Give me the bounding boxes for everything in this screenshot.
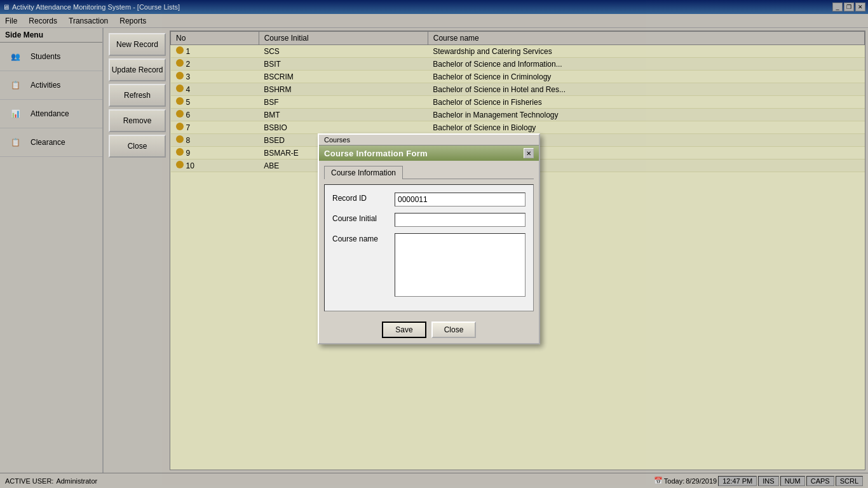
- course-name-row: Course name: [332, 233, 526, 297]
- cell-initial: SCS: [259, 45, 428, 58]
- cell-name: Bachelor of Science in Biology: [428, 121, 864, 134]
- cell-name: Bachelor of Science in Fisheries: [428, 96, 864, 109]
- sidebar-item-attendance[interactable]: 📊 Attendance: [0, 100, 102, 128]
- cell-no: 8: [171, 134, 259, 147]
- close-button[interactable]: Close: [109, 135, 166, 158]
- course-info-modal: Courses Course Information Form ✕ Course…: [318, 133, 540, 344]
- activities-label: Activities: [31, 81, 60, 90]
- cell-no: 7: [171, 121, 259, 134]
- modal-header-label: Courses: [324, 136, 350, 144]
- today-label: Today:: [664, 477, 684, 485]
- table-row[interactable]: 4BSHRMBachelor of Science in Hotel and R…: [171, 83, 865, 96]
- menu-records[interactable]: Records: [26, 15, 60, 27]
- students-icon: 👥: [5, 46, 25, 67]
- minimize-button[interactable]: _: [832, 3, 843, 11]
- record-id-field[interactable]: [395, 193, 526, 207]
- clearance-label: Clearance: [31, 138, 65, 147]
- cell-no: 9: [171, 147, 259, 159]
- modal-form: Record ID Course Initial Course name: [324, 184, 534, 311]
- sidebar-item-students[interactable]: 👥 Students: [0, 43, 102, 71]
- menu-transaction[interactable]: Transaction: [66, 15, 111, 27]
- cell-name: Bachelor of Science in Criminology: [428, 71, 864, 83]
- menu-file[interactable]: File: [3, 15, 20, 27]
- course-initial-field[interactable]: [395, 213, 526, 227]
- students-label: Students: [31, 52, 60, 61]
- clearance-icon: 📋: [5, 132, 25, 152]
- record-id-label: Record ID: [332, 193, 390, 203]
- cell-initial: BSF: [259, 96, 428, 109]
- cell-initial: BSHRM: [259, 83, 428, 96]
- activities-icon: 📋: [5, 75, 25, 95]
- today-date: 8/29/2019: [686, 477, 717, 485]
- col-no: No: [171, 32, 259, 45]
- calendar-icon: 📅: [654, 477, 663, 485]
- col-course-name: Course name: [428, 32, 864, 45]
- title-bar: 🖥 Activity Attendance Monitoring System …: [0, 0, 868, 14]
- modal-header: Courses: [319, 135, 539, 146]
- col-course-initial: Course Initial: [259, 32, 428, 45]
- cell-no: 3: [171, 71, 259, 83]
- cell-no: 10: [171, 159, 259, 172]
- course-initial-row: Course Initial: [332, 213, 526, 227]
- update-record-button[interactable]: Update Record: [109, 58, 166, 81]
- modal-close-button[interactable]: Close: [431, 322, 476, 338]
- active-user-name: Administrator: [56, 477, 97, 485]
- cell-initial: BSIT: [259, 58, 428, 71]
- table-row[interactable]: 2BSITBachelor of Science and Information…: [171, 58, 865, 71]
- num-indicator: NUM: [780, 476, 805, 486]
- side-menu: Side Menu 👥 Students 📋 Activities 📊 Atte…: [0, 28, 104, 473]
- cell-name: Bachelor in Management Technology: [428, 109, 864, 121]
- active-user-label: ACTIVE USER:: [5, 477, 53, 485]
- title-bar-left: 🖥 Activity Attendance Monitoring System …: [3, 3, 180, 11]
- table-row[interactable]: 5BSFBachelor of Science in Fisheries: [171, 96, 865, 109]
- remove-button[interactable]: Remove: [109, 109, 166, 132]
- modal-close-title-btn[interactable]: ✕: [524, 148, 534, 158]
- record-id-row: Record ID: [332, 193, 526, 207]
- modal-footer: Save Close: [319, 316, 539, 343]
- cell-initial: BMT: [259, 109, 428, 121]
- status-bar-right: 📅 Today: 8/29/2019 12:47 PM INS NUM CAPS…: [654, 476, 863, 486]
- modal-save-button[interactable]: Save: [382, 322, 426, 338]
- status-bar: ACTIVE USER: Administrator 📅 Today: 8/29…: [0, 473, 868, 488]
- cell-no: 2: [171, 58, 259, 71]
- time-display: 12:47 PM: [718, 476, 757, 486]
- cell-no: 5: [171, 96, 259, 109]
- attendance-label: Attendance: [31, 109, 69, 118]
- caps-indicator: CAPS: [806, 476, 834, 486]
- menu-reports[interactable]: Reports: [117, 15, 149, 27]
- attendance-icon: 📊: [5, 104, 25, 124]
- menu-bar: File Records Transaction Reports: [0, 14, 868, 28]
- buttons-panel: New Record Update Record Refresh Remove …: [104, 28, 167, 473]
- sidebar-item-activities[interactable]: 📋 Activities: [0, 71, 102, 100]
- modal-title: Course Information Form: [324, 149, 428, 158]
- scrl-indicator: SCRL: [836, 476, 863, 486]
- close-button[interactable]: ✕: [855, 3, 865, 11]
- table-header-row: No Course Initial Course name: [171, 32, 865, 45]
- course-name-label: Course name: [332, 233, 390, 243]
- cell-name: Stewardship and Catering Services: [428, 45, 864, 58]
- table-row[interactable]: 3BSCRIMBachelor of Science in Criminolog…: [171, 71, 865, 83]
- table-row[interactable]: 7BSBIOBachelor of Science in Biology: [171, 121, 865, 134]
- cell-no: 1: [171, 45, 259, 58]
- side-menu-title: Side Menu: [0, 28, 102, 43]
- app-title: Activity Attendance Monitoring System - …: [12, 3, 180, 11]
- cell-name: Bachelor of Science and Information...: [428, 58, 864, 71]
- new-record-button[interactable]: New Record: [109, 33, 166, 56]
- course-name-field[interactable]: [395, 233, 526, 297]
- cell-name: Bachelor of Science in Hotel and Res...: [428, 83, 864, 96]
- modal-body: Course Information Record ID Course Init…: [319, 161, 539, 316]
- table-row[interactable]: 1SCSStewardship and Catering Services: [171, 45, 865, 58]
- cell-no: 6: [171, 109, 259, 121]
- ins-indicator: INS: [758, 476, 778, 486]
- sidebar-item-clearance[interactable]: 📋 Clearance: [0, 128, 102, 157]
- cell-initial: BSBIO: [259, 121, 428, 134]
- course-initial-label: Course Initial: [332, 213, 390, 223]
- table-row[interactable]: 6BMTBachelor in Management Technology: [171, 109, 865, 121]
- title-bar-controls: _ ❐ ✕: [832, 3, 865, 11]
- course-info-tab[interactable]: Course Information: [324, 166, 403, 179]
- modal-tab-bar: Course Information: [324, 166, 534, 179]
- restore-button[interactable]: ❐: [844, 3, 854, 11]
- refresh-button[interactable]: Refresh: [109, 84, 166, 107]
- cell-initial: BSCRIM: [259, 71, 428, 83]
- app-icon: 🖥: [3, 3, 10, 11]
